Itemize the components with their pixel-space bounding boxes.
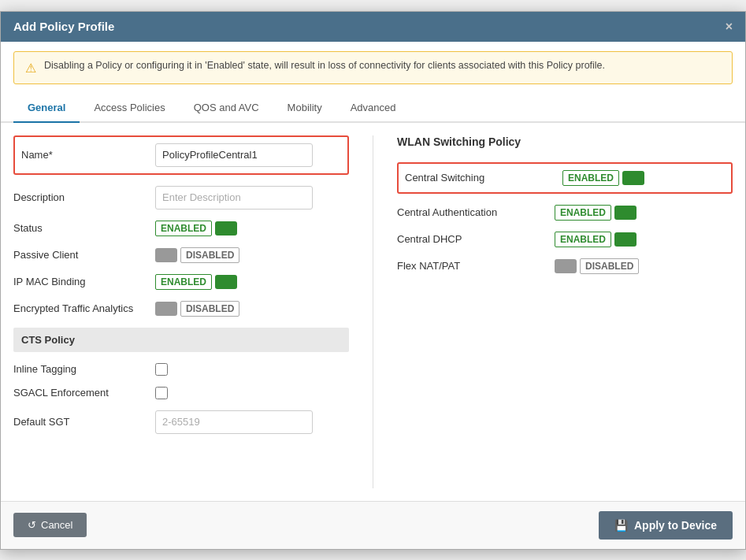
ip-mac-binding-toggle[interactable]: ENABLED bbox=[155, 274, 237, 290]
status-switch[interactable] bbox=[215, 221, 237, 235]
name-input[interactable] bbox=[155, 143, 313, 167]
ip-mac-binding-switch[interactable] bbox=[215, 275, 237, 289]
modal-title: Add Policy Profile bbox=[13, 20, 114, 33]
cts-policy-section: CTS Policy bbox=[13, 328, 349, 352]
central-dhcp-value: ENABLED bbox=[555, 232, 611, 247]
apply-icon: 💾 bbox=[614, 519, 628, 532]
modal-footer: ↺ Cancel 💾 Apply to Device bbox=[1, 501, 745, 549]
description-input[interactable] bbox=[155, 186, 313, 210]
ip-mac-binding-row: IP MAC Binding ENABLED bbox=[13, 274, 349, 290]
ip-mac-binding-value: ENABLED bbox=[155, 274, 212, 290]
status-value: ENABLED bbox=[155, 221, 212, 236]
central-auth-label: Central Authentication bbox=[397, 206, 555, 218]
central-auth-row: Central Authentication ENABLED bbox=[397, 205, 733, 221]
wlan-section-title: WLAN Switching Policy bbox=[397, 135, 733, 151]
flex-nat-label: Flex NAT/PAT bbox=[397, 260, 555, 272]
central-dhcp-label: Central DHCP bbox=[397, 233, 555, 245]
default-sgt-row: Default SGT bbox=[13, 410, 349, 434]
central-auth-switch[interactable] bbox=[614, 206, 637, 220]
vertical-divider bbox=[373, 135, 373, 488]
flex-nat-row: Flex NAT/PAT DISABLED bbox=[397, 258, 733, 274]
tab-advanced[interactable]: Advanced bbox=[336, 94, 410, 123]
inline-tagging-row: Inline Tagging bbox=[13, 363, 349, 376]
warning-text: Disabling a Policy or configuring it in … bbox=[44, 60, 605, 71]
central-switching-toggle[interactable]: ENABLED bbox=[562, 170, 644, 186]
passive-client-toggle[interactable]: DISABLED bbox=[155, 247, 239, 263]
description-field-row: Description bbox=[13, 186, 349, 210]
apply-to-device-button[interactable]: 💾 Apply to Device bbox=[599, 511, 733, 540]
name-field-row: Name* bbox=[13, 135, 349, 175]
encrypted-traffic-switch[interactable] bbox=[155, 302, 177, 316]
central-switching-row: Central Switching ENABLED bbox=[397, 162, 733, 194]
encrypted-traffic-row: Encrypted Traffic Analytics DISABLED bbox=[13, 301, 349, 317]
cancel-icon: ↺ bbox=[28, 519, 36, 531]
flex-nat-toggle[interactable]: DISABLED bbox=[555, 258, 639, 274]
passive-client-label: Passive Client bbox=[13, 249, 155, 261]
cancel-button[interactable]: ↺ Cancel bbox=[13, 513, 87, 537]
central-switching-value: ENABLED bbox=[562, 170, 619, 186]
sgacl-enforcement-label: SGACL Enforcement bbox=[13, 387, 155, 399]
modal-body: Name* Description Status ENABLED Passive… bbox=[1, 123, 745, 501]
tab-access-policies[interactable]: Access Policies bbox=[80, 94, 179, 123]
central-auth-toggle[interactable]: ENABLED bbox=[555, 205, 637, 221]
tab-general[interactable]: General bbox=[13, 94, 80, 123]
sgacl-enforcement-row: SGACL Enforcement bbox=[13, 387, 349, 399]
passive-client-row: Passive Client DISABLED bbox=[13, 247, 349, 263]
name-label: Name* bbox=[21, 149, 155, 161]
cancel-label: Cancel bbox=[41, 519, 72, 531]
central-dhcp-switch[interactable] bbox=[614, 232, 637, 247]
flex-nat-switch[interactable] bbox=[555, 259, 577, 273]
inline-tagging-checkbox[interactable] bbox=[155, 363, 168, 376]
tab-mobility[interactable]: Mobility bbox=[273, 94, 336, 123]
tab-bar: General Access Policies QOS and AVC Mobi… bbox=[1, 94, 745, 123]
warning-banner: ⚠ Disabling a Policy or configuring it i… bbox=[13, 51, 733, 84]
left-panel: Name* Description Status ENABLED Passive… bbox=[13, 135, 349, 488]
central-auth-value: ENABLED bbox=[555, 205, 611, 221]
passive-client-switch[interactable] bbox=[155, 248, 177, 262]
add-policy-modal: Add Policy Profile × ⚠ Disabling a Polic… bbox=[0, 11, 746, 550]
flex-nat-value: DISABLED bbox=[580, 258, 639, 274]
status-label: Status bbox=[13, 222, 155, 234]
status-field-row: Status ENABLED bbox=[13, 221, 349, 236]
passive-client-value: DISABLED bbox=[180, 247, 239, 263]
modal-header: Add Policy Profile × bbox=[1, 12, 745, 42]
status-toggle[interactable]: ENABLED bbox=[155, 221, 237, 236]
inline-tagging-label: Inline Tagging bbox=[13, 363, 155, 375]
tab-qos-avc[interactable]: QOS and AVC bbox=[180, 94, 273, 123]
right-panel: WLAN Switching Policy Central Switching … bbox=[397, 135, 733, 488]
apply-label: Apply to Device bbox=[634, 519, 717, 532]
central-switching-switch[interactable] bbox=[622, 171, 644, 185]
central-switching-label: Central Switching bbox=[405, 172, 562, 184]
warning-icon: ⚠ bbox=[25, 61, 36, 76]
default-sgt-label: Default SGT bbox=[13, 416, 155, 428]
default-sgt-input[interactable] bbox=[155, 410, 313, 434]
close-icon[interactable]: × bbox=[726, 20, 733, 34]
encrypted-traffic-value: DISABLED bbox=[180, 301, 239, 317]
central-dhcp-toggle[interactable]: ENABLED bbox=[555, 232, 637, 247]
central-dhcp-row: Central DHCP ENABLED bbox=[397, 232, 733, 247]
encrypted-traffic-toggle[interactable]: DISABLED bbox=[155, 301, 239, 317]
ip-mac-binding-label: IP MAC Binding bbox=[13, 276, 155, 287]
encrypted-traffic-label: Encrypted Traffic Analytics bbox=[13, 302, 155, 314]
sgacl-enforcement-checkbox[interactable] bbox=[155, 387, 168, 399]
description-label: Description bbox=[13, 191, 155, 203]
